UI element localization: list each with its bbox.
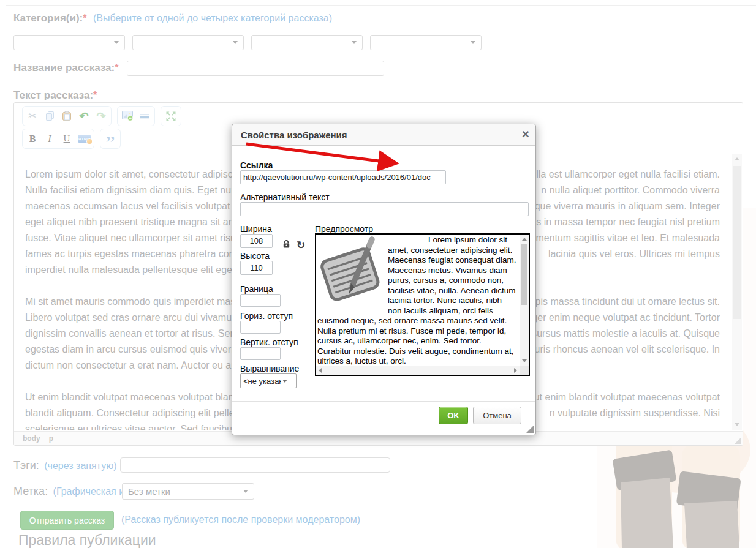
ok-button[interactable]: OK <box>439 407 468 424</box>
dialog-footer: OK Отмена <box>232 401 535 435</box>
vspace-label: Вертик. отступ <box>240 337 298 347</box>
preview-box: Lorem ipsum dolor sit amet, consectetuer… <box>315 233 530 376</box>
scrollbar-thumb[interactable] <box>521 244 527 305</box>
scroll-left-icon[interactable] <box>319 368 322 373</box>
scrollbar-corner <box>520 366 529 375</box>
red-annotation-arrow <box>239 136 409 171</box>
preview-content: Lorem ipsum dolor sit amet, consectetuer… <box>316 235 520 366</box>
notepad-pencil-image <box>318 236 387 308</box>
hspace-input[interactable] <box>240 321 281 334</box>
preview-label: Предпросмотр <box>315 224 373 234</box>
preview-horizontal-scrollbar[interactable] <box>316 366 520 375</box>
url-input[interactable] <box>240 170 446 184</box>
dialog-resize-grip[interactable] <box>526 426 534 433</box>
scroll-right-icon[interactable] <box>514 368 517 373</box>
scroll-down-icon[interactable] <box>522 359 527 362</box>
width-label: Ширина <box>240 224 272 234</box>
height-input[interactable] <box>240 261 273 275</box>
height-label: Высота <box>240 251 270 261</box>
scroll-up-icon[interactable] <box>522 238 527 241</box>
alt-text-input[interactable] <box>240 202 529 216</box>
cancel-button[interactable]: Отмена <box>473 407 521 424</box>
preview-vertical-scrollbar[interactable] <box>520 235 529 366</box>
align-select[interactable]: <не указан <box>240 373 297 388</box>
width-input[interactable] <box>240 234 273 248</box>
vspace-input[interactable] <box>240 347 281 360</box>
close-icon[interactable]: × <box>522 127 529 141</box>
reset-size-icon[interactable]: ↻ <box>297 239 305 252</box>
align-label: Выравнивание <box>240 364 299 373</box>
border-input[interactable] <box>240 294 281 307</box>
alt-text-label: Альтернативный текст <box>240 192 330 202</box>
chevron-down-icon <box>282 380 287 383</box>
lock-ratio-icon[interactable] <box>282 239 290 251</box>
hspace-label: Гориз. отступ <box>240 311 293 321</box>
border-label: Граница <box>240 284 273 294</box>
